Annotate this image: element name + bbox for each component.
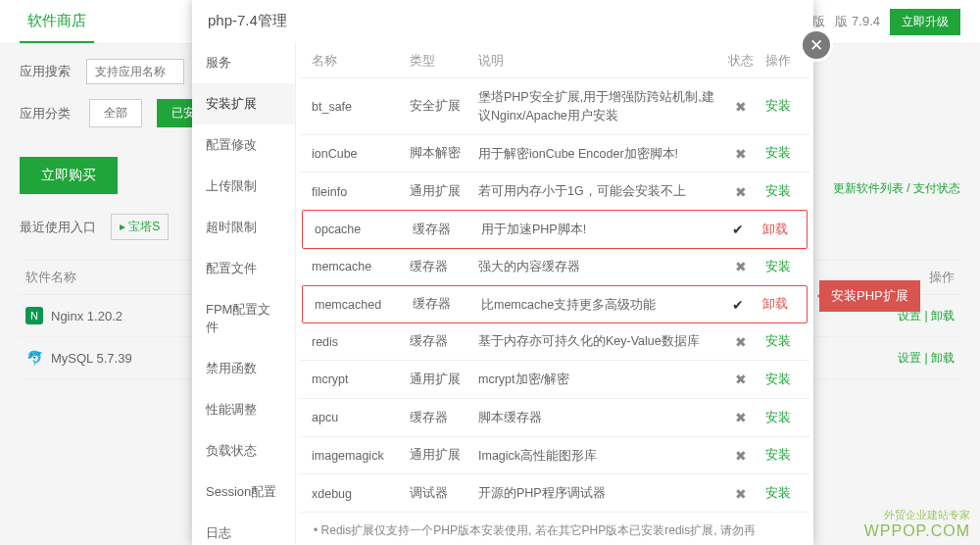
ext-name: memcached <box>315 298 413 312</box>
ext-name: bt_safe <box>312 100 410 114</box>
x-icon: ✖ <box>723 259 759 274</box>
extensions-note: Redis扩展仅支持一个PHP版本安装使用, 若在其它PHP版本已安装redis… <box>300 513 809 545</box>
ext-name: ionCube <box>312 147 410 161</box>
x-icon: ✖ <box>723 372 759 387</box>
x-icon: ✖ <box>723 146 759 162</box>
ext-type: 缓存器 <box>413 222 481 238</box>
ext-row-redis: redis缓存器基于内存亦可持久化的Key-Value数据库✖安装 <box>300 322 809 361</box>
ext-type: 缓存器 <box>410 259 478 275</box>
ext-row-memcached: memcached缓存器比memcache支持更多高级功能✔卸载 <box>302 285 808 324</box>
ext-desc: 堡塔PHP安全扩展,用于增强防跨站机制,建议Nginx/Apache用户安装 <box>478 88 723 125</box>
ext-name: fileinfo <box>312 185 410 199</box>
ext-col-type: 类型 <box>410 52 478 70</box>
x-icon: ✖ <box>723 99 759 115</box>
ext-name: xdebug <box>312 487 410 501</box>
x-icon: ✖ <box>723 410 759 425</box>
ext-type: 调试器 <box>410 485 478 502</box>
ext-desc: 基于内存亦可持久化的Key-Value数据库 <box>478 332 723 351</box>
modal-sidebar: 服务安装扩展配置修改上传限制超时限制配置文件FPM配置文件禁用函数性能调整负载状… <box>192 42 296 544</box>
install-link[interactable]: 安装 <box>759 259 798 275</box>
sidebar-item-10[interactable]: Session配置 <box>192 471 295 513</box>
x-icon: ✖ <box>723 184 759 200</box>
ext-row-imagemagick: imagemagick通用扩展Imagick高性能图形库✖安装 <box>300 437 809 475</box>
sidebar-item-3[interactable]: 上传限制 <box>192 166 295 207</box>
ext-desc: 强大的内容缓存器 <box>478 258 723 276</box>
ext-name: redis <box>312 335 410 349</box>
modal-title: php-7.4管理 <box>192 0 813 42</box>
sidebar-item-6[interactable]: FPM配置文件 <box>192 289 295 348</box>
ext-name: memcache <box>312 260 410 273</box>
sidebar-item-1[interactable]: 安装扩展 <box>192 83 295 124</box>
install-link[interactable]: 安装 <box>759 485 798 502</box>
ext-name: mcrypt <box>312 372 410 386</box>
close-icon[interactable]: ✕ <box>803 31 830 59</box>
x-icon: ✖ <box>723 486 759 502</box>
install-link[interactable]: 安装 <box>759 183 798 200</box>
ext-row-opcache: opcache缓存器用于加速PHP脚本!✔卸载 <box>302 210 808 249</box>
ext-type: 缓存器 <box>410 333 478 350</box>
ext-col-action: 操作 <box>759 52 798 70</box>
sidebar-item-0[interactable]: 服务 <box>192 42 295 83</box>
sidebar-item-9[interactable]: 负载状态 <box>192 430 295 471</box>
uninstall-link[interactable]: 卸载 <box>756 296 795 313</box>
ext-type: 通用扩展 <box>410 447 478 464</box>
ext-name: apcu <box>312 411 410 424</box>
sidebar-item-2[interactable]: 配置修改 <box>192 124 295 166</box>
sidebar-item-8[interactable]: 性能调整 <box>192 389 295 430</box>
sidebar-item-7[interactable]: 禁用函数 <box>192 348 295 389</box>
ext-type: 缓存器 <box>413 296 481 313</box>
ext-row-apcu: apcu缓存器脚本缓存器✖安装 <box>300 399 809 437</box>
ext-type: 缓存器 <box>410 410 478 426</box>
ext-desc: 脚本缓存器 <box>478 409 723 427</box>
sidebar-item-5[interactable]: 配置文件 <box>192 248 295 289</box>
install-link[interactable]: 安装 <box>759 98 798 115</box>
ext-desc: 开源的PHP程序调试器 <box>478 484 723 503</box>
php-manage-modal: php-7.4管理 服务安装扩展配置修改上传限制超时限制配置文件FPM配置文件禁… <box>192 0 813 545</box>
ext-row-bt_safe: bt_safe安全扩展堡塔PHP安全扩展,用于增强防跨站机制,建议Nginx/A… <box>300 78 809 135</box>
ext-type: 通用扩展 <box>410 183 478 200</box>
ext-row-memcache: memcache缓存器强大的内容缓存器✖安装 <box>300 248 809 286</box>
watermark: 外贸企业建站专家 WPPOP.COM <box>864 508 970 542</box>
ext-desc: Imagick高性能图形库 <box>478 447 723 466</box>
ext-row-mcrypt: mcrypt通用扩展mcrypt加密/解密✖安装 <box>300 361 809 399</box>
extensions-panel: 名称 类型 说明 状态 操作 bt_safe安全扩展堡塔PHP安全扩展,用于增强… <box>296 42 813 544</box>
ext-col-status: 状态 <box>723 52 759 70</box>
ext-type: 安全扩展 <box>410 98 478 115</box>
ext-name: imagemagick <box>312 449 410 463</box>
ext-desc: 用于解密ionCube Encoder加密脚本! <box>478 145 723 164</box>
check-icon: ✔ <box>720 297 756 313</box>
ext-col-name: 名称 <box>312 52 410 70</box>
x-icon: ✖ <box>723 448 759 464</box>
install-link[interactable]: 安装 <box>759 372 798 388</box>
ext-desc: 比memcache支持更多高级功能 <box>481 296 720 315</box>
install-link[interactable]: 安装 <box>759 410 798 426</box>
install-link[interactable]: 安装 <box>759 333 798 350</box>
ext-row-ionCube: ionCube脚本解密用于解密ionCube Encoder加密脚本!✖安装 <box>300 135 809 173</box>
ext-row-xdebug: xdebug调试器开源的PHP程序调试器✖安装 <box>300 474 809 513</box>
ext-type: 通用扩展 <box>410 372 478 388</box>
ext-row-fileinfo: fileinfo通用扩展若可用内存小于1G，可能会安装不上✖安装 <box>300 173 809 211</box>
ext-name: opcache <box>315 223 413 236</box>
sidebar-item-4[interactable]: 超时限制 <box>192 207 295 248</box>
ext-desc: mcrypt加密/解密 <box>478 371 723 389</box>
ext-col-desc: 说明 <box>478 52 723 70</box>
ext-type: 脚本解密 <box>410 145 478 162</box>
install-link[interactable]: 安装 <box>759 447 798 464</box>
sidebar-item-11[interactable]: 日志 <box>192 513 295 545</box>
check-icon: ✔ <box>720 222 756 237</box>
x-icon: ✖ <box>723 334 759 350</box>
ext-desc: 若可用内存小于1G，可能会安装不上 <box>478 182 723 201</box>
callout-install-php-ext: 安装PHP扩展 <box>819 280 920 312</box>
ext-desc: 用于加速PHP脚本! <box>481 221 720 239</box>
uninstall-link[interactable]: 卸载 <box>756 222 795 238</box>
install-link[interactable]: 安装 <box>759 145 798 162</box>
